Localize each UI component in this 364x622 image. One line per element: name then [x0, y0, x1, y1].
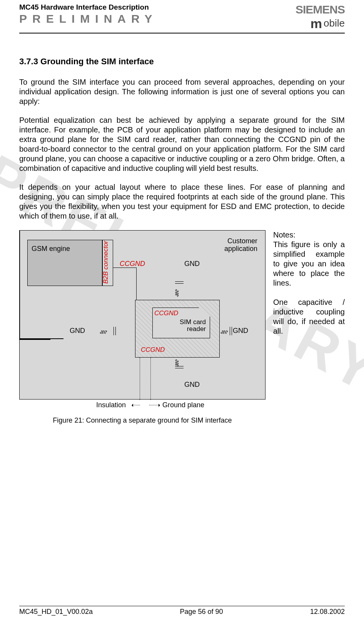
wire [113, 268, 136, 268]
wire [136, 268, 137, 300]
preliminary-label: PRELIMINARY [19, 12, 158, 25]
b2b-connector-label: B2B connector [102, 241, 110, 284]
gnd-label-left: GND [70, 327, 85, 335]
insulation-boundary [150, 358, 151, 400]
footer-right: 12.08.2002 [310, 608, 345, 616]
mobile-m-icon: m [311, 16, 322, 31]
wire [20, 315, 20, 338]
gnd-label-top: GND [184, 260, 200, 268]
wire [20, 292, 20, 315]
footer-center: Page 56 of 90 [180, 608, 223, 616]
inductor-icon: ∿∿∿ [100, 330, 107, 334]
header-rule [19, 33, 345, 33]
capacitor-icon [175, 281, 184, 284]
section-heading: 3.7.3 Grounding the SIM interface [19, 57, 345, 67]
capacitor-icon [230, 327, 232, 335]
paragraph-2: Potential equalization can best be achie… [19, 115, 345, 173]
customer-application-label: Customer application [224, 237, 257, 253]
figure-notes: Notes: This figure is only a simplified … [273, 230, 345, 336]
mobile-wordmark: mobile [296, 16, 345, 31]
notes-line-2: One capacitive / inductive coupling will… [273, 298, 345, 336]
insulation-boundary [140, 358, 140, 400]
footer-left: MC45_HD_01_V00.02a [19, 608, 93, 616]
figure-diagram: GSM engine B2B connector Customer applic… [19, 230, 265, 400]
insulation-label: Insulation [96, 401, 126, 409]
doc-title: MC45 Hardware Interface Description [19, 3, 158, 12]
notes-heading: Notes: [273, 230, 345, 240]
arrow-left-icon [132, 405, 140, 405]
ccgnd-label-inner-bottom: CCGND [141, 346, 165, 354]
wire [20, 339, 50, 340]
page-footer: MC45_HD_01_V00.02a Page 56 of 90 12.08.2… [19, 606, 345, 616]
gnd-label-bottom: GND [184, 381, 200, 389]
gnd-label-right: GND [233, 327, 248, 335]
siemens-wordmark: SIEMENS [296, 3, 345, 16]
paragraph-3: It depends on your actual layout where t… [19, 182, 345, 221]
ccgnd-label-inner-top: CCGND [154, 309, 178, 317]
figure-caption: Figure 21: Connecting a separate ground … [19, 416, 265, 425]
paragraph-1: To ground the SIM interface you can proc… [19, 77, 345, 106]
capacitor-icon [114, 327, 116, 335]
gsm-engine-block: GSM engine [27, 240, 102, 286]
figure-under-labels: Insulation Ground plane [19, 401, 265, 410]
arrow-right-icon [149, 405, 159, 405]
wire [20, 261, 20, 292]
footer-rule [19, 606, 345, 606]
inductor-icon: ∿∿∿ [175, 290, 179, 296]
ground-plane-label: Ground plane [162, 401, 204, 409]
inductor-icon: ∿∿∿ [175, 360, 179, 366]
ccgnd-label-wire: CCGND [120, 260, 145, 268]
wire [20, 231, 20, 261]
brand-logo: SIEMENS mobile [296, 3, 345, 31]
page-header: MC45 Hardware Interface Description PREL… [19, 0, 345, 31]
inductor-icon: ∿∿∿ [221, 330, 228, 334]
notes-line-1: This figure is only a simplified example… [273, 240, 345, 288]
